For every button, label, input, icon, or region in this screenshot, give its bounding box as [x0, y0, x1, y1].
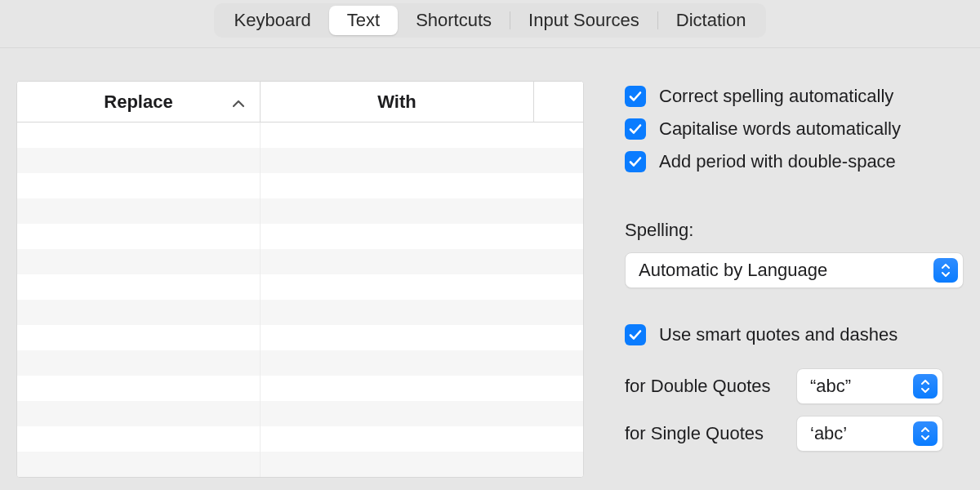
option-label: Use smart quotes and dashes: [659, 324, 898, 345]
table-header: Replace With: [17, 82, 583, 122]
checkbox-correct-spelling[interactable]: [625, 86, 646, 107]
updown-icon: [933, 258, 958, 283]
spelling-label: Spelling:: [625, 220, 964, 241]
select-value: ‘abc’: [810, 423, 847, 444]
option-double-space: Add period with double-space: [625, 151, 964, 172]
table-row[interactable]: [17, 274, 583, 300]
checkbox-double-space[interactable]: [625, 151, 646, 172]
table-row[interactable]: [17, 426, 583, 452]
tab-label: Input Sources: [528, 10, 639, 31]
table-row[interactable]: [17, 249, 583, 274]
double-quotes-row: for Double Quotes “abc”: [625, 368, 964, 404]
option-correct-spelling: Correct spelling automatically: [625, 86, 964, 107]
checkbox-capitalise[interactable]: [625, 118, 646, 140]
column-label: Replace: [104, 91, 172, 113]
double-quotes-label: for Double Quotes: [625, 376, 780, 397]
table-row[interactable]: [17, 350, 583, 376]
spelling-select[interactable]: Automatic by Language: [625, 252, 964, 288]
tab-label: Keyboard: [234, 10, 311, 31]
tab-label: Text: [347, 10, 380, 31]
table-row[interactable]: [17, 173, 583, 198]
option-label: Capitalise words automatically: [659, 118, 901, 140]
table-row[interactable]: [17, 148, 583, 173]
option-smart-quotes: Use smart quotes and dashes: [625, 324, 964, 345]
tab-input-sources[interactable]: Input Sources: [510, 6, 657, 35]
tab-bar: Keyboard Text Shortcuts Input Sources Di…: [0, 0, 980, 48]
table-row[interactable]: [17, 122, 583, 148]
option-label: Add period with double-space: [659, 151, 896, 172]
option-label: Correct spelling automatically: [659, 86, 893, 107]
tab-label: Shortcuts: [416, 10, 492, 31]
tab-group: Keyboard Text Shortcuts Input Sources Di…: [214, 3, 767, 38]
table-row[interactable]: [17, 224, 583, 249]
tab-label: Dictation: [676, 10, 746, 31]
check-icon: [628, 89, 643, 104]
option-capitalise: Capitalise words automatically: [625, 118, 964, 140]
table-row[interactable]: [17, 198, 583, 224]
sort-indicator-icon: [232, 91, 245, 113]
column-header-replace[interactable]: Replace: [17, 82, 261, 122]
column-header-with[interactable]: With: [261, 82, 534, 122]
table-row[interactable]: [17, 376, 583, 401]
table-row[interactable]: [17, 401, 583, 426]
table-row[interactable]: [17, 300, 583, 325]
tab-dictation[interactable]: Dictation: [658, 6, 764, 35]
options-panel: Correct spelling automatically Capitalis…: [625, 81, 964, 478]
replacements-table: Replace With: [16, 81, 584, 478]
updown-icon: [913, 374, 938, 399]
single-quotes-row: for Single Quotes ‘abc’: [625, 416, 964, 452]
tab-text[interactable]: Text: [329, 6, 398, 35]
select-value: Automatic by Language: [639, 260, 827, 281]
single-quotes-label: for Single Quotes: [625, 423, 780, 444]
updown-icon: [913, 421, 938, 446]
column-label: With: [377, 91, 416, 113]
table-row[interactable]: [17, 325, 583, 350]
check-icon: [628, 154, 643, 169]
select-value: “abc”: [810, 376, 851, 397]
check-icon: [628, 327, 643, 342]
check-icon: [628, 122, 643, 136]
single-quotes-select[interactable]: ‘abc’: [796, 416, 943, 452]
content-area: Replace With: [0, 48, 980, 478]
tab-shortcuts[interactable]: Shortcuts: [398, 6, 510, 35]
double-quotes-select[interactable]: “abc”: [796, 368, 943, 404]
table-body[interactable]: [17, 122, 583, 477]
tab-keyboard[interactable]: Keyboard: [216, 6, 329, 35]
table-row[interactable]: [17, 452, 583, 477]
column-header-spacer: [534, 82, 583, 122]
checkbox-smart-quotes[interactable]: [625, 324, 646, 345]
